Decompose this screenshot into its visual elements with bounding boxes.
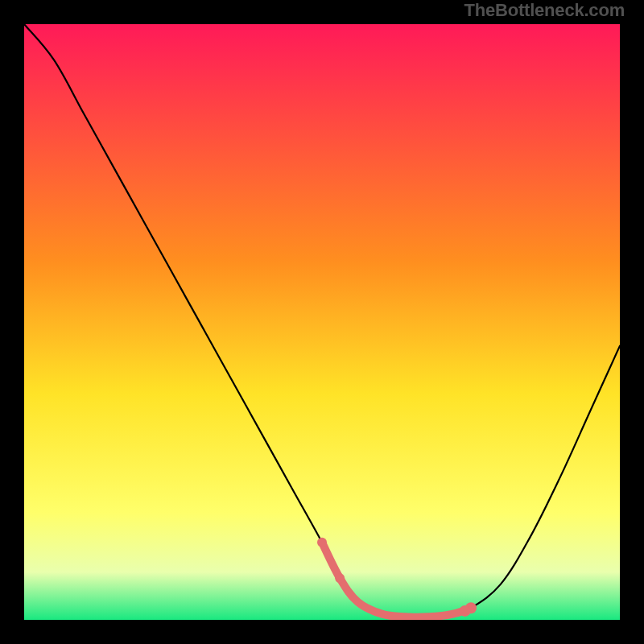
highlight-dot xyxy=(317,538,327,547)
watermark-text: TheBottleneck.com xyxy=(464,0,625,21)
chart-svg xyxy=(24,24,620,620)
plot-area xyxy=(24,24,620,620)
chart-frame: TheBottleneck.com xyxy=(0,0,644,644)
highlight-dot xyxy=(460,605,471,617)
highlight-dot xyxy=(335,573,345,583)
gradient-background xyxy=(24,24,620,620)
